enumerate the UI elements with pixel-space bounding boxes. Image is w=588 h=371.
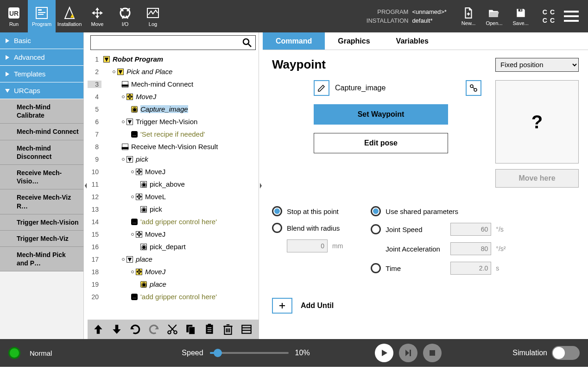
tree-row[interactable]: 9▼pick [88, 153, 259, 165]
delete-icon[interactable] [222, 323, 234, 335]
tree-row[interactable]: 19◉place [88, 278, 259, 290]
sidebar-cat-advanced[interactable]: Advanced [0, 49, 83, 66]
svg-rect-24 [208, 329, 212, 330]
undo-icon[interactable] [129, 323, 141, 335]
tab-variables[interactable]: Variables [383, 32, 442, 50]
urcap-item[interactable]: Receive Mech-Visio… [0, 165, 83, 189]
menu-icon[interactable] [563, 10, 580, 23]
sidebar-cat-templates[interactable]: Templates [0, 66, 83, 82]
line-number: 9 [88, 156, 101, 163]
tree-row[interactable]: 11◉pick_above [88, 178, 259, 190]
suppress-icon[interactable] [240, 323, 253, 335]
copy-icon[interactable] [185, 323, 197, 335]
line-number: 12 [88, 193, 101, 201]
tree-node-label: MoveL [145, 193, 166, 201]
tab-installation-label: Installation [57, 21, 82, 27]
tab-program[interactable]: Program [28, 0, 56, 32]
redo-icon[interactable] [148, 323, 160, 335]
tab-command[interactable]: Command [263, 32, 325, 50]
tree-row[interactable]: 17▼place [88, 253, 259, 265]
tab-graphics[interactable]: Graphics [325, 32, 383, 50]
tree-row[interactable]: 6▼Trigger Mech-Vision [88, 115, 259, 128]
tree-row[interactable]: 18✥MoveJ [88, 265, 259, 278]
line-number: 18 [88, 268, 101, 276]
speed-value: 10% [295, 349, 310, 357]
tree-row[interactable]: 13◉pick [88, 203, 259, 215]
sidebar-cat-label: Advanced [14, 53, 45, 61]
status-dot[interactable] [8, 347, 20, 359]
edit-pose-button[interactable]: Edit pose [314, 133, 448, 153]
search-input[interactable] [91, 36, 239, 50]
urcap-item[interactable]: Mech-mind Connect [0, 124, 83, 140]
tree-row[interactable]: 5◉Capture_image [88, 103, 259, 115]
add-until-button[interactable] [272, 298, 292, 314]
line-number: 15 [88, 231, 101, 238]
tree-row[interactable]: 2▼Pick and Place [88, 65, 259, 78]
link-button[interactable] [466, 80, 481, 96]
sidebar-cat-basic[interactable]: Basic [0, 32, 83, 49]
new-button[interactable]: New... [462, 7, 476, 26]
shared-label: Use shared parameters [386, 208, 458, 215]
speed-slider[interactable] [210, 352, 289, 354]
stop-button[interactable] [423, 344, 442, 362]
line-number: 19 [88, 281, 101, 288]
move-here-button[interactable]: Move here [495, 169, 579, 188]
svg-rect-9 [520, 9, 521, 11]
splitter-right[interactable] [259, 32, 263, 339]
tree-row[interactable]: 12✥MoveL [88, 190, 259, 203]
time-radio[interactable] [371, 263, 381, 273]
shared-radio[interactable] [371, 206, 381, 216]
blend-radio[interactable] [272, 223, 282, 233]
tree-row[interactable]: 4✥MoveJ [88, 90, 259, 103]
urcap-item[interactable]: Mech-Mind Calibrate [0, 99, 83, 124]
simulation-toggle[interactable] [552, 346, 580, 360]
move-down-icon[interactable] [111, 323, 123, 335]
urcap-item[interactable]: Mech-mind Disconnect [0, 140, 83, 165]
urcap-item[interactable]: Trigger Mech-Viz [0, 231, 83, 247]
urcap-item[interactable]: Mech-Mind Pick and P… [0, 247, 83, 271]
tree-row[interactable]: 8▬Receive Mech-Vision Result [88, 140, 259, 153]
urcap-item[interactable]: Receive Mech-Viz R… [0, 189, 83, 214]
tab-move[interactable]: Move [83, 0, 111, 32]
position-mode-select[interactable]: Fixed position [495, 58, 579, 72]
sidebar-cat-urcaps[interactable]: URCaps [0, 82, 83, 99]
stop-radio[interactable] [272, 206, 282, 216]
time-input[interactable] [450, 262, 491, 275]
tree-row[interactable]: 15✥MoveJ [88, 228, 259, 240]
tree-row[interactable]: 20…'add gripper control here' [88, 290, 259, 303]
tree-row[interactable]: 16◉pick_depart [88, 240, 259, 253]
tree-row[interactable]: 7…'Set recipe if needed' [88, 128, 259, 140]
joint-accel-input[interactable] [450, 242, 491, 255]
line-number: 13 [88, 206, 101, 213]
save-button[interactable]: Save... [513, 7, 529, 26]
cc-indicator: CCCC [543, 8, 555, 24]
step-button[interactable] [399, 344, 417, 362]
joint-speed-radio[interactable] [371, 224, 381, 234]
tree-row[interactable]: 14…'add gripper control here' [88, 215, 259, 228]
svg-point-13 [243, 39, 249, 44]
splitter-left[interactable] [84, 32, 88, 339]
move-up-icon[interactable] [92, 323, 104, 335]
search-button[interactable] [239, 36, 255, 50]
open-label: Open... [486, 20, 502, 26]
urcap-item[interactable]: Trigger Mech-Vision [0, 214, 83, 231]
tree-toolbar [88, 320, 259, 339]
tab-installation[interactable]: Installation [56, 0, 83, 32]
tree-row[interactable]: 3▬Mech-mind Connect [88, 78, 259, 90]
tree-row[interactable]: 10✥MoveJ [88, 165, 259, 178]
program-tree[interactable]: 1▼Robot Program2▼Pick and Place3▬Mech-mi… [88, 51, 259, 320]
tab-io[interactable]: I/O [111, 0, 139, 32]
blend-unit: mm [332, 242, 343, 250]
blend-value-input[interactable] [287, 239, 328, 252]
tab-log[interactable]: Log [139, 0, 167, 32]
joint-speed-input[interactable] [450, 223, 491, 236]
tab-run[interactable]: UR Run [0, 0, 28, 32]
tree-row[interactable]: 1▼Robot Program [88, 53, 259, 65]
set-waypoint-button[interactable]: Set Waypoint [314, 104, 448, 125]
rename-button[interactable] [314, 80, 329, 96]
open-button[interactable]: Open... [486, 7, 502, 26]
svg-rect-20 [189, 327, 195, 334]
paste-icon[interactable] [203, 323, 215, 335]
play-button[interactable] [375, 344, 393, 362]
cut-icon[interactable] [166, 323, 178, 335]
